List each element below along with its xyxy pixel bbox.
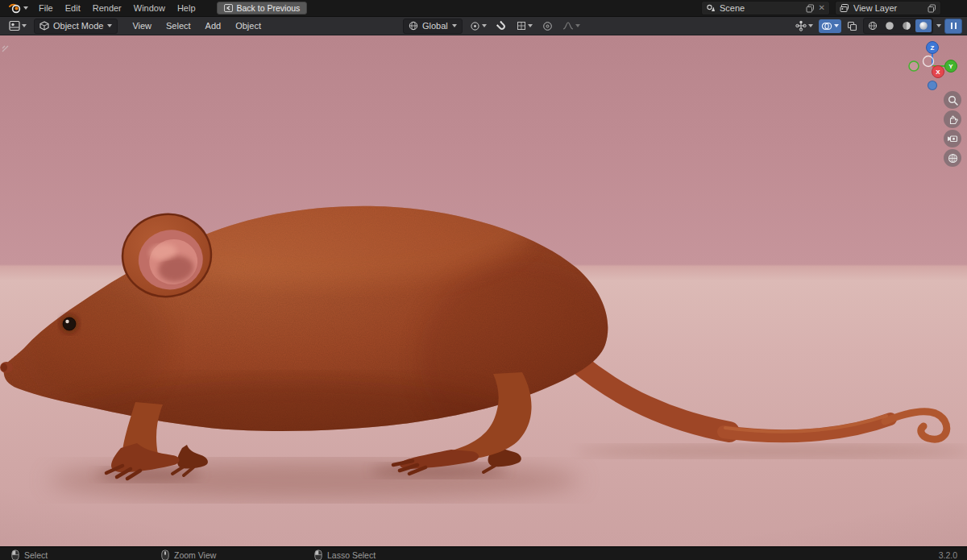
hint-select-label: Select <box>24 550 48 560</box>
menu-help[interactable]: Help <box>172 2 201 15</box>
mouse-middle-icon <box>161 550 169 560</box>
magnifier-icon <box>948 95 958 106</box>
show-overlays-toggle[interactable] <box>819 19 841 33</box>
transform-orientation-dropdown[interactable]: Global <box>403 19 463 34</box>
axis-x-label: X <box>936 68 940 76</box>
close-scene-icon[interactable]: ✕ <box>819 4 825 12</box>
view-layer-name: View Layer <box>853 3 897 13</box>
proportional-editing-toggle[interactable] <box>540 19 555 33</box>
proportional-editing-icon <box>542 21 553 31</box>
scene-icon <box>706 3 716 13</box>
hint-zoom-view-label: Zoom View <box>174 550 216 560</box>
navigation-gizmo[interactable]: Z Y X <box>903 37 961 95</box>
material-sphere-icon <box>902 21 911 31</box>
snap-toggle[interactable] <box>494 19 509 33</box>
statusbar: Select Zoom View Lasso Select 3.2.0 <box>0 546 967 560</box>
falloff-curve-icon <box>562 21 574 31</box>
menu-render[interactable]: Render <box>87 2 127 15</box>
chevron-down-icon <box>23 6 28 10</box>
chevron-down-icon <box>808 24 813 27</box>
solid-sphere-icon <box>885 21 894 31</box>
magnet-icon <box>496 21 507 31</box>
shading-solid-button[interactable] <box>882 19 898 32</box>
scene-name: Scene <box>720 3 745 13</box>
header-right-controls <box>793 17 962 35</box>
menu-select[interactable]: Select <box>160 19 197 32</box>
menu-file[interactable]: File <box>33 2 59 15</box>
gizmo-icon <box>795 20 807 31</box>
mouse-left-icon <box>314 550 322 560</box>
editor-3d-viewport-icon <box>9 20 20 31</box>
blender-logo-icon <box>9 3 21 14</box>
orientation-label: Global <box>422 21 448 31</box>
pivot-point-icon <box>470 21 480 31</box>
global-orientation-icon <box>409 21 418 31</box>
hint-lasso-select-label: Lasso Select <box>327 550 376 560</box>
blender-app-menu[interactable] <box>5 0 32 16</box>
hint-zoom-view: Zoom View <box>161 547 216 560</box>
menu-add[interactable]: Add <box>199 19 228 32</box>
mouse-left-icon <box>11 550 19 560</box>
pause-render-button[interactable] <box>944 19 962 34</box>
back-arrow-icon <box>224 4 233 12</box>
mode-label: Object Mode <box>53 21 103 31</box>
shading-rendered-button[interactable] <box>915 19 932 32</box>
menu-edit[interactable]: Edit <box>60 2 86 15</box>
new-scene-icon[interactable] <box>806 4 815 13</box>
view-layer-icon <box>840 3 849 13</box>
blender-version: 3.2.0 <box>939 547 957 560</box>
grid-sphere-icon <box>948 153 958 164</box>
camera-view-button[interactable] <box>944 130 961 147</box>
pause-icon <box>951 23 952 29</box>
viewport-corner-handle[interactable] <box>2 45 9 52</box>
menu-object[interactable]: Object <box>229 19 268 32</box>
rendered-sphere-icon <box>919 21 928 31</box>
chevron-down-icon <box>834 24 839 27</box>
back-to-previous-label: Back to Previous <box>237 3 301 13</box>
pan-tool-button[interactable] <box>944 110 961 128</box>
axis-z-label: Z <box>931 44 935 52</box>
toggle-ortho-button[interactable] <box>944 149 961 167</box>
chevron-down-icon <box>107 24 112 27</box>
rat-model[interactable] <box>0 169 967 500</box>
shading-material-button[interactable] <box>899 19 915 32</box>
chevron-down-icon <box>22 24 27 27</box>
wireframe-sphere-icon <box>868 21 878 31</box>
view-layer-selector[interactable]: View Layer <box>835 1 941 15</box>
hint-lasso-select: Lasso Select <box>314 547 376 560</box>
chevron-down-icon <box>452 24 457 27</box>
axis-y-label: Y <box>948 63 953 70</box>
hand-icon <box>948 114 958 125</box>
toggle-xray-button[interactable] <box>845 19 860 33</box>
snap-increment-icon <box>517 21 526 31</box>
header-center-controls: Global <box>403 17 583 35</box>
hint-select: Select <box>11 547 48 560</box>
shading-wireframe-button[interactable] <box>865 19 881 32</box>
menu-view[interactable]: View <box>126 19 158 32</box>
chevron-down-icon <box>482 24 487 27</box>
show-gizmo-toggle[interactable] <box>793 19 816 33</box>
rendered-scene <box>0 35 967 546</box>
overlays-icon <box>821 21 832 31</box>
new-view-layer-icon[interactable] <box>928 4 936 13</box>
topbar-right: Scene ✕ View Layer <box>701 1 962 15</box>
object-mode-icon <box>39 21 49 31</box>
camera-icon <box>947 134 958 143</box>
topbar: File Edit Render Window Help Back to Pre… <box>0 0 967 17</box>
viewport-3d[interactable]: Z Y X <box>0 35 967 546</box>
shading-options-chevron[interactable] <box>936 24 941 27</box>
pivot-point-dropdown[interactable] <box>467 19 489 33</box>
proportional-falloff-dropdown[interactable] <box>560 19 583 33</box>
zoom-tool-button[interactable] <box>944 91 961 109</box>
snap-with-dropdown[interactable] <box>514 19 535 33</box>
xray-icon <box>847 21 857 31</box>
mode-selector[interactable]: Object Mode <box>34 19 118 34</box>
menu-window[interactable]: Window <box>128 2 171 15</box>
chevron-down-icon <box>528 24 533 27</box>
back-to-previous-button[interactable]: Back to Previous <box>217 2 308 15</box>
chevron-down-icon <box>575 24 580 27</box>
editor-type-button[interactable] <box>6 19 29 33</box>
axis-negative-z-ball[interactable] <box>928 81 937 90</box>
scene-selector[interactable]: Scene ✕ <box>701 1 830 15</box>
axis-negative-y-ball[interactable] <box>909 61 919 71</box>
